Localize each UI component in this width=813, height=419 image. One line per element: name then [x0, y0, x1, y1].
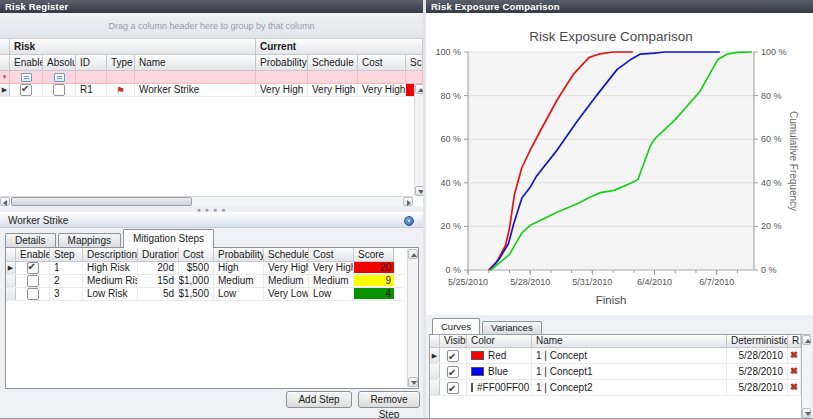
- mitigation-header-row: Enabled Step Description Duration Cost P…: [6, 248, 403, 262]
- svg-text:100 %: 100 %: [761, 47, 787, 57]
- pin-icon[interactable]: [404, 216, 414, 226]
- band-risk[interactable]: Risk: [10, 39, 256, 55]
- header-enabled[interactable]: Enabled: [10, 55, 43, 71]
- curve-row-red[interactable]: ▶ Red 1 | Concept 5/28/2010 ✖: [430, 348, 801, 364]
- filter-absolute-checkbox[interactable]: [43, 71, 76, 84]
- svg-text:5/31/2010: 5/31/2010: [572, 277, 612, 287]
- header-schedule[interactable]: Schedule: [308, 55, 358, 71]
- header-description[interactable]: Description: [83, 248, 138, 262]
- mitigation-row-3[interactable]: 3 Low Risk 5d $1,500 Low Very Low Low 4: [6, 288, 403, 301]
- header-name[interactable]: Name: [532, 335, 727, 348]
- risk-absolute-checkbox[interactable]: [43, 84, 76, 96]
- curve-row-blue[interactable]: Blue 1 | Concept1 5/28/2010 ✖: [430, 364, 801, 380]
- filter-enabled-checkbox[interactable]: [10, 71, 43, 84]
- filter-score-cell[interactable]: [406, 71, 423, 84]
- tab-mitigation-steps[interactable]: Mitigation Steps: [123, 229, 214, 248]
- scroll-right-button[interactable]: [403, 197, 413, 206]
- curve-visible-checkbox[interactable]: [440, 348, 467, 363]
- step-score-cell: 4: [354, 288, 394, 300]
- curve-visible-checkbox[interactable]: [440, 380, 467, 395]
- scroll-up-button[interactable]: [408, 249, 418, 259]
- header-probability[interactable]: Probability: [214, 248, 264, 262]
- band-current[interactable]: Current: [256, 39, 423, 55]
- step-enabled-checkbox[interactable]: [16, 262, 50, 274]
- risk-type-cell: ⚑: [107, 84, 135, 96]
- checkbox-icon: [20, 84, 32, 96]
- filter-checkbox-icon: [21, 73, 32, 82]
- curve-remove-button[interactable]: ✖: [788, 380, 801, 395]
- header-id[interactable]: ID: [76, 55, 107, 71]
- step-number-cell: 2: [50, 275, 83, 287]
- row-arrow-icon: ▶: [2, 84, 7, 96]
- header-color[interactable]: Color: [467, 335, 532, 348]
- filter-probability-cell[interactable]: [256, 71, 308, 84]
- risk-enabled-checkbox[interactable]: [10, 84, 43, 96]
- filter-schedule-cell[interactable]: [308, 71, 358, 84]
- tab-curves[interactable]: Curves: [432, 318, 480, 334]
- tab-mappings[interactable]: Mappings: [58, 233, 121, 248]
- filter-id-cell[interactable]: [76, 71, 107, 84]
- scroll-down-button[interactable]: [408, 377, 418, 387]
- filter-checkbox-icon: [54, 73, 65, 82]
- tab-details[interactable]: Details: [5, 233, 56, 248]
- svg-text:6/4/2010: 6/4/2010: [637, 277, 672, 287]
- scroll-down-button[interactable]: [802, 408, 811, 418]
- header-enabled[interactable]: Enabled: [16, 248, 50, 262]
- mitigation-row-1[interactable]: ▶ 1 High Risk 20d $500 High Very High Ve…: [6, 262, 403, 275]
- risk-app-window: Risk Register Drag a column header here …: [0, 0, 813, 419]
- step-cost-cell: $1,000: [179, 275, 214, 287]
- curve-visible-checkbox[interactable]: [440, 364, 467, 379]
- group-by-drop-zone[interactable]: Drag a column header here to group by th…: [0, 13, 423, 39]
- header-type[interactable]: Type: [107, 55, 135, 71]
- header-score[interactable]: Sc: [406, 55, 423, 71]
- header-cost2[interactable]: Cost: [309, 248, 354, 262]
- row-indicator: [430, 364, 440, 379]
- header-visible[interactable]: Visible: [440, 335, 467, 348]
- step-probability-cell: Medium: [214, 275, 264, 287]
- worker-strike-header: Worker Strike: [0, 212, 423, 228]
- scroll-up-button[interactable]: [802, 335, 811, 345]
- horizontal-scroll-thumb[interactable]: [11, 197, 192, 206]
- filter-row: ▼: [0, 71, 423, 84]
- mitigation-row-2[interactable]: 2 Medium Risk 15d $1,000 Medium Medium M…: [6, 275, 403, 288]
- remove-step-button[interactable]: Remove Step: [358, 391, 420, 408]
- register-horizontal-scrollbar[interactable]: [0, 196, 413, 206]
- filter-type-cell[interactable]: [107, 71, 135, 84]
- tab-variances[interactable]: Variances: [482, 321, 542, 334]
- header-step[interactable]: Step: [50, 248, 83, 262]
- register-vertical-scrollbar[interactable]: [414, 84, 423, 196]
- scroll-left-button[interactable]: [0, 197, 10, 206]
- step-enabled-checkbox[interactable]: [16, 288, 50, 300]
- header-cost[interactable]: Cost: [358, 55, 406, 71]
- header-score[interactable]: Score: [354, 248, 394, 262]
- mitigation-vertical-scrollbar[interactable]: [407, 249, 417, 387]
- step-enabled-checkbox[interactable]: [16, 275, 50, 287]
- curve-remove-button[interactable]: ✖: [788, 348, 801, 363]
- step-number-cell: 3: [50, 288, 83, 300]
- checkbox-icon: [447, 350, 459, 362]
- curves-vertical-scrollbar[interactable]: [801, 334, 811, 419]
- filter-name-cell[interactable]: [135, 71, 256, 84]
- svg-text:80 %: 80 %: [440, 91, 461, 101]
- header-probability[interactable]: Probability: [256, 55, 308, 71]
- svg-text:Finish: Finish: [596, 294, 627, 306]
- curve-name-cell: 1 | Concept1: [532, 364, 727, 379]
- header-cost[interactable]: Cost: [179, 248, 214, 262]
- header-schedule[interactable]: Schedule: [264, 248, 309, 262]
- checkbox-icon: [27, 288, 39, 300]
- filter-cost-cell[interactable]: [358, 71, 406, 84]
- header-remove[interactable]: R...: [788, 335, 801, 348]
- step-score-cell: 20: [354, 262, 394, 274]
- curve-remove-button[interactable]: ✖: [788, 364, 801, 379]
- curve-row-green[interactable]: #FF00FF00 1 | Concept2 5/28/2010 ✖: [430, 380, 801, 396]
- step-description-cell: High Risk: [83, 262, 138, 274]
- header-duration[interactable]: Duration: [138, 248, 179, 262]
- header-absolute[interactable]: Absolu...: [43, 55, 76, 71]
- header-deterministic-value[interactable]: Deterministic Value: [727, 335, 788, 348]
- step-schedule-cell: Very High: [264, 262, 309, 274]
- header-name[interactable]: Name: [135, 55, 256, 71]
- curve-color-cell: Blue: [467, 364, 532, 379]
- risk-row-worker-strike[interactable]: ▶ R1 ⚑ Worker Strike Very High Very High…: [0, 84, 423, 97]
- svg-text:80 %: 80 %: [761, 91, 782, 101]
- add-step-button[interactable]: Add Step: [286, 391, 352, 408]
